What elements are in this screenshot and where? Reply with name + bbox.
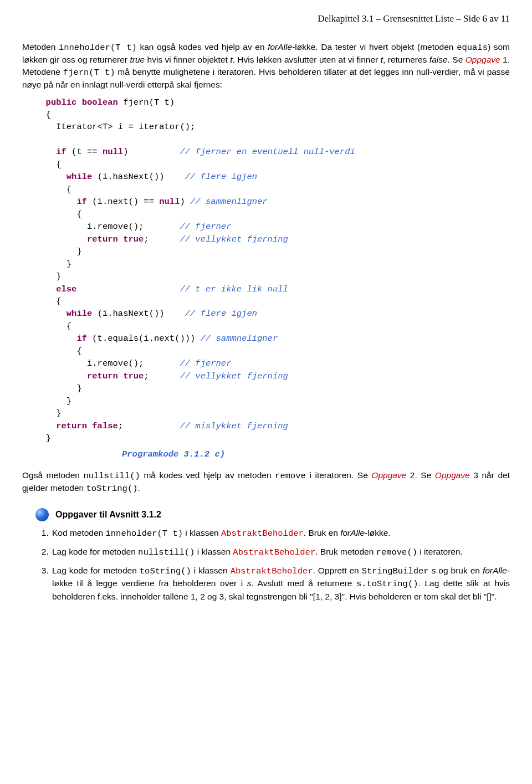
code-inline: nullstill() [138, 547, 195, 557]
link-oppgave-3[interactable]: Oppgave [435, 470, 470, 480]
code-inline: remove() [376, 547, 417, 557]
code-inline: s.toString() [356, 579, 418, 589]
link-class[interactable]: AbstraktBeholder [233, 547, 315, 557]
link-oppgave-1[interactable]: Oppgave [466, 55, 500, 64]
code-listing: public boolean fjern(T t) { Iterator<T> … [35, 96, 510, 445]
task-list: Kod metoden inneholder(T t) i klassen Ab… [39, 527, 510, 602]
task-item-1: Kod metoden inneholder(T t) i klassen Ab… [51, 527, 510, 540]
section-heading: Oppgaver til Avsnitt 3.1.2 [55, 510, 161, 520]
section-heading-row: Oppgaver til Avsnitt 3.1.2 [35, 508, 510, 521]
link-class[interactable]: AbstraktBeholder [221, 529, 304, 539]
code-inline: inneholder(T t) [106, 529, 183, 539]
code-inline: nullstill() [84, 471, 140, 481]
code-inline: remove [275, 471, 306, 481]
bullet-sphere-icon [35, 508, 49, 521]
task-item-2: Lag kode for metoden nullstill() i klass… [51, 546, 510, 559]
link-class[interactable]: AbstraktBeholder [231, 566, 313, 576]
link-oppgave-2[interactable]: Oppgave [371, 470, 406, 480]
code-inline: StringBuilder [362, 566, 429, 576]
code-inline: fjern(T t) [63, 68, 115, 78]
page-header: Delkapittel 3.1 – Grensesnittet Liste – … [22, 13, 510, 24]
task-item-3: Lag kode for metoden toString() i klasse… [51, 565, 510, 603]
code-inline: toString() [140, 566, 191, 576]
paragraph-1: Metoden inneholder(T t) kan også kodes v… [22, 41, 510, 91]
code-inline: toString() [86, 484, 137, 494]
code-inline: equals [457, 43, 488, 53]
emphasis: forAlle [268, 42, 292, 52]
code-caption: Programkode 3.1.2 c) [122, 449, 510, 459]
page: Delkapittel 3.1 – Grensesnittet Liste – … [0, 0, 532, 631]
code-inline: inneholder(T t) [59, 43, 137, 53]
paragraph-2: Også metoden nullstill() må kodes ved hj… [22, 469, 510, 495]
